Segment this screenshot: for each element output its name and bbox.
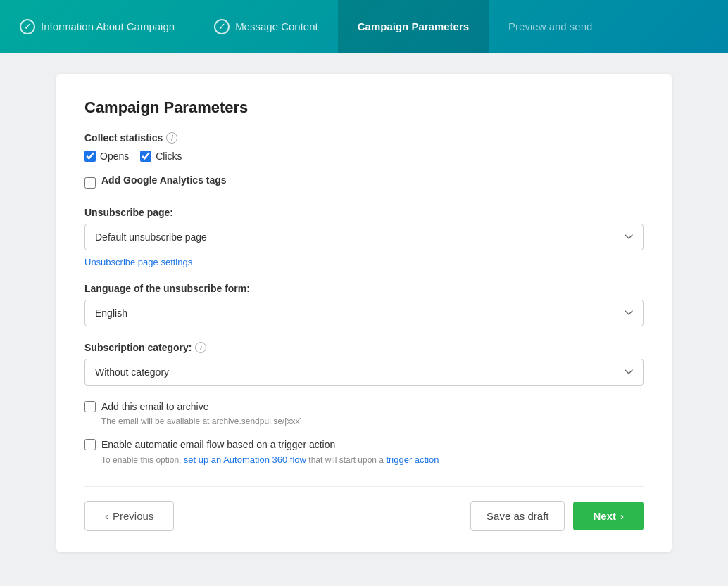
main-content: Campaign Parameters Collect statistics i… <box>0 53 728 573</box>
automation-subtext: To enable this option, set up an Automat… <box>101 454 644 465</box>
automation-section: Enable automatic email flow based on a t… <box>84 439 644 465</box>
subscription-category-select[interactable]: Without category <box>84 359 644 386</box>
nav-step-preview[interactable]: Preview and send <box>489 0 612 53</box>
language-select[interactable]: English <box>84 300 644 326</box>
opens-label[interactable]: Opens <box>100 151 129 162</box>
unsubscribe-page-settings-link[interactable]: Unsubscribe page settings <box>84 257 192 267</box>
archive-checkbox[interactable] <box>84 401 96 412</box>
archive-subtext: The email will be available at archive.s… <box>101 416 644 426</box>
automation-subtext-middle: that will start upon a <box>308 455 384 465</box>
automation-flow-link[interactable]: set up an Automation 360 flow <box>184 454 306 465</box>
language-label: Language of the unsubscribe form: <box>84 283 644 294</box>
subscription-category-label: Subscription category: <box>84 342 192 353</box>
google-analytics-checkbox-row: Add Google Analytics tags <box>84 174 644 191</box>
nav-step-params-label: Campaign Parameters <box>358 20 469 32</box>
clicks-label[interactable]: Clicks <box>156 151 182 162</box>
trigger-action-link[interactable]: trigger action <box>386 454 439 465</box>
unsubscribe-page-group: Unsubscribe page: Default unsubscribe pa… <box>84 207 644 267</box>
automation-subtext-before: To enable this option, <box>101 455 181 465</box>
unsubscribe-page-label: Unsubscribe page: <box>84 207 644 218</box>
opens-checkbox[interactable] <box>84 151 96 162</box>
subscription-category-help-icon[interactable]: i <box>195 342 206 353</box>
opens-checkbox-item: Opens <box>84 151 129 162</box>
statistics-checkboxes: Opens Clicks <box>84 151 644 162</box>
subscription-category-label-row: Subscription category: i <box>84 342 644 353</box>
automation-checkbox[interactable] <box>84 439 96 450</box>
language-group: Language of the unsubscribe form: Englis… <box>84 283 644 326</box>
step-check-icon: ✓ <box>20 19 35 34</box>
footer-buttons: ‹ Previous Save as draft Next › <box>84 486 644 531</box>
nav-step-content-label: Message Content <box>235 20 318 32</box>
unsubscribe-page-select[interactable]: Default unsubscribe page <box>84 224 644 250</box>
subscription-category-group: Subscription category: i Without categor… <box>84 342 644 386</box>
nav-step-params: Campaign Parameters <box>338 0 489 53</box>
step-check-icon-2: ✓ <box>214 19 230 34</box>
previous-button[interactable]: ‹ Previous <box>84 501 174 531</box>
google-analytics-checkbox[interactable] <box>84 177 96 189</box>
google-analytics-label[interactable]: Add Google Analytics tags <box>101 174 227 186</box>
clicks-checkbox[interactable] <box>140 151 151 162</box>
previous-label: Previous <box>113 510 153 522</box>
collect-statistics-section: Collect statistics i Opens Clicks <box>84 132 644 162</box>
collect-statistics-help-icon[interactable]: i <box>166 132 177 144</box>
nav-step-content[interactable]: ✓ Message Content <box>194 0 338 53</box>
nav-step-preview-label: Preview and send <box>508 20 592 32</box>
nav-step-info[interactable]: ✓ Information About Campaign <box>0 0 194 53</box>
right-buttons: Save as draft Next › <box>470 501 644 531</box>
next-button[interactable]: Next › <box>573 502 644 530</box>
save-draft-button[interactable]: Save as draft <box>470 501 565 531</box>
clicks-checkbox-item: Clicks <box>140 151 182 162</box>
chevron-right-icon: › <box>620 510 624 522</box>
chevron-left-icon: ‹ <box>105 510 108 522</box>
google-analytics-group: Add Google Analytics tags <box>84 174 644 191</box>
archive-label[interactable]: Add this email to archive <box>101 401 209 412</box>
archive-section: Add this email to archive The email will… <box>84 401 644 426</box>
next-label: Next <box>593 510 616 522</box>
nav-step-info-label: Information About Campaign <box>41 20 175 32</box>
wizard-nav: ✓ Information About Campaign ✓ Message C… <box>0 0 728 53</box>
automation-label[interactable]: Enable automatic email flow based on a t… <box>101 439 335 450</box>
archive-checkbox-row: Add this email to archive <box>84 401 644 412</box>
page-title: Campaign Parameters <box>84 98 644 117</box>
automation-checkbox-row: Enable automatic email flow based on a t… <box>84 439 644 450</box>
form-card: Campaign Parameters Collect statistics i… <box>56 74 672 552</box>
collect-statistics-label-row: Collect statistics i <box>84 132 644 144</box>
collect-statistics-label: Collect statistics <box>84 132 163 144</box>
